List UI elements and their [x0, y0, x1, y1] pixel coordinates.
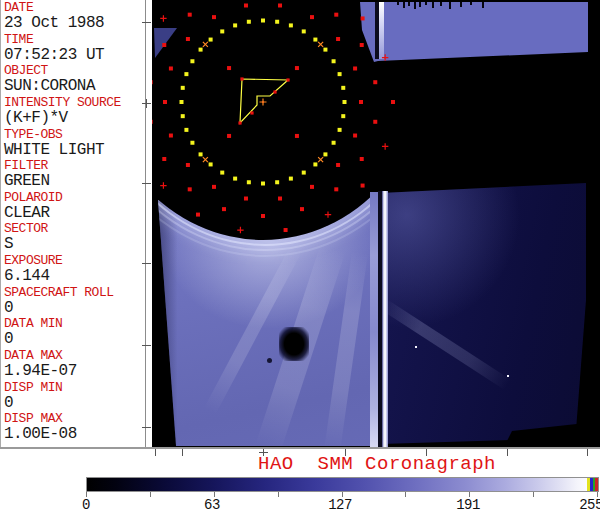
field-label: TIME — [4, 33, 145, 46]
field-value: 6.144 — [4, 268, 145, 284]
grid-dot-yellow-limb-ring — [261, 19, 265, 23]
grid-dot-red-ring-middle — [300, 207, 304, 211]
grid-dot-inner-diagonal-dots — [227, 134, 231, 138]
grid-dot-yellow-limb-ring — [313, 38, 317, 42]
grid-dot-yellow-limb-ring — [341, 86, 345, 90]
grid-dot-red-ring-inner — [163, 100, 167, 104]
axis-tick — [507, 449, 508, 456]
axis-tick — [345, 449, 346, 456]
sidebar-field: SECTORS — [1, 222, 145, 254]
polygon-vertex-dot — [238, 121, 241, 124]
field-label: EXPOSURE — [4, 254, 145, 267]
colorbar-tick — [405, 492, 406, 497]
grid-dot-red-ring-inner — [310, 15, 314, 19]
field-value: 07:52:23 UT — [4, 47, 145, 63]
sidebar-field: POLAROIDCLEAR — [1, 191, 145, 223]
field-label: INTENSITY SOURCE — [4, 96, 145, 109]
axis-tick — [142, 427, 151, 428]
polygon-vertex-dot — [250, 111, 253, 114]
field-value: 23 Oct 1988 — [4, 15, 145, 31]
grid-dot-red-ring-middle — [152, 80, 153, 84]
grid-dot-red-ring-outer — [391, 100, 395, 104]
field-label: SPACECRAFT ROLL — [4, 286, 145, 299]
axis-tick — [142, 22, 151, 23]
field-value: 0 — [4, 331, 145, 347]
grid-dot-yellow-limb-ring — [313, 162, 317, 166]
grid-dot-red-ring-outer — [284, 228, 288, 232]
colorbar-label: 0 — [82, 497, 90, 512]
diagonal-cross-marker — [318, 42, 323, 47]
polygon-vertex-dot — [240, 77, 243, 80]
grid-dot-yellow-limb-ring — [209, 162, 213, 166]
field-label: POLAROID — [4, 191, 145, 204]
sidebar-field: DATE23 Oct 1988 — [1, 1, 145, 33]
diagonal-cross-marker — [318, 157, 323, 162]
sidebar-field: TIME07:52:23 UT — [1, 33, 145, 65]
grid-dot-inner-diagonal-dots — [295, 134, 299, 138]
diagonal-cross-marker — [203, 157, 208, 162]
field-value: (K+F)*V — [4, 110, 145, 126]
grid-dot-yellow-limb-ring — [302, 29, 306, 33]
grid-dot-red-ring-inner — [212, 185, 216, 189]
field-value: 0 — [4, 395, 145, 411]
feature-outline-polygon — [240, 79, 288, 123]
field-label: FILTER — [4, 159, 145, 172]
grid-dot-red-ring-inner — [353, 66, 357, 70]
grid-dot-yellow-limb-ring — [323, 48, 327, 52]
grid-dot-red-ring-inner — [244, 3, 248, 7]
sidebar-field: OBJECTSUN:CORONA — [1, 64, 145, 96]
polygon-vertex-dot — [273, 90, 276, 93]
grid-dot-red-ring-middle — [188, 13, 192, 17]
colorbar-tick — [278, 492, 279, 497]
grid-dot-red-ring-inner — [169, 134, 173, 138]
axis-tick — [587, 449, 588, 456]
field-label: DISP MAX — [4, 412, 145, 425]
grid-dot-yellow-limb-ring — [247, 20, 251, 24]
grid-dot-red-ring-outer — [196, 213, 200, 217]
field-value: 1.94E-07 — [4, 363, 145, 379]
grid-dot-red-ring-inner — [336, 37, 340, 41]
grid-dot-yellow-limb-ring — [184, 72, 188, 76]
grid-dot-yellow-limb-ring — [209, 38, 213, 42]
grid-dot-red-ring-middle — [188, 187, 192, 191]
page-title: HAO SMM Coronagraph — [258, 453, 496, 475]
diagonal-cross-marker — [203, 42, 208, 47]
grid-dot-inner-diagonal-dots — [295, 66, 299, 70]
grid-dot-red-ring-middle — [162, 43, 166, 47]
polygon-vertex-dot — [286, 78, 289, 81]
grid-dot-yellow-limb-ring — [180, 100, 184, 104]
grid-dot-yellow-limb-ring — [332, 141, 336, 145]
axis-tick — [142, 263, 151, 264]
annotation-overlay — [152, 0, 600, 447]
sidebar-field: DATA MAX1.94E-07 — [1, 349, 145, 381]
sidebar-field: INTENSITY SOURCE(K+F)*V — [1, 96, 145, 128]
axis-tick — [142, 183, 151, 184]
grid-dot-red-ring-inner — [359, 100, 363, 104]
grid-dot-red-ring-outer — [382, 54, 388, 60]
grid-dot-yellow-limb-ring — [199, 48, 203, 52]
grid-dot-yellow-limb-ring — [233, 23, 237, 27]
grid-dot-red-ring-outer — [160, 15, 166, 21]
sidebar-field: TYPE-OBSWHITE LIGHT — [1, 128, 145, 160]
grid-dot-red-ring-inner — [169, 66, 173, 70]
axis-tick — [142, 345, 151, 346]
grid-dot-red-ring-inner — [336, 163, 340, 167]
grid-dot-red-ring-outer — [361, 16, 365, 20]
intensity-colorbar — [86, 477, 599, 492]
grid-dot-red-ring-middle — [334, 13, 338, 17]
grid-dot-yellow-limb-ring — [323, 152, 327, 156]
grid-dot-red-ring-outer — [361, 184, 365, 188]
grid-dot-red-ring-middle — [373, 80, 377, 84]
axis-tick — [426, 449, 427, 456]
grid-dot-red-ring-inner — [278, 3, 282, 7]
field-label: SECTOR — [4, 222, 145, 235]
grid-dot-yellow-limb-ring — [341, 114, 345, 118]
colorbar-label: 191 — [456, 497, 480, 512]
axis-tick — [182, 449, 183, 456]
metadata-sidebar: DATE23 Oct 1988TIME07:52:23 UTOBJECTSUN:… — [0, 0, 146, 447]
grid-dot-yellow-limb-ring — [184, 128, 188, 132]
grid-dot-red-ring-middle — [152, 120, 153, 124]
grid-dot-yellow-limb-ring — [261, 182, 265, 186]
grid-dot-yellow-limb-ring — [338, 128, 342, 132]
field-label: TYPE-OBS — [4, 128, 145, 141]
